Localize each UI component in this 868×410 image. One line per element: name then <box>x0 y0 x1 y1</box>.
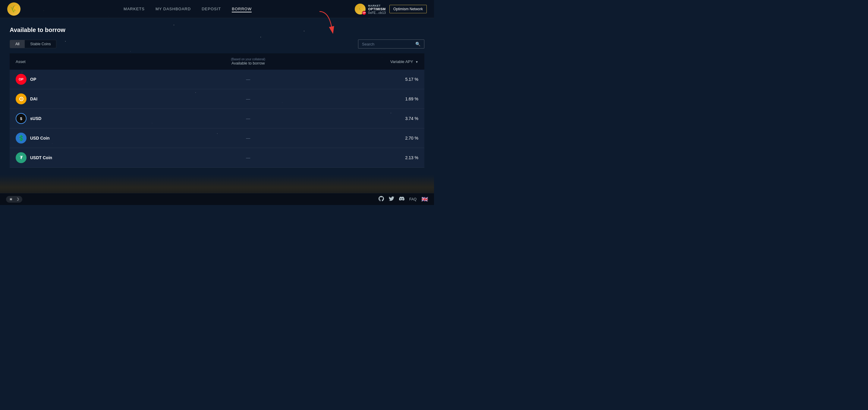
available-usdt: — <box>176 148 321 168</box>
navbar-center: MARKETS MY DASHBOARD DEPOSIT BORROW <box>124 5 252 12</box>
coin-icon-op: OP <box>16 74 27 85</box>
asset-cell-usdt: ₮ USDT Coin <box>10 148 176 168</box>
nav-borrow[interactable]: BORROW <box>232 5 252 12</box>
footer: ☀ ☽ FAQ 🇬🇧 <box>0 193 434 205</box>
table-row[interactable]: ⊙ DAI — 1.69 % <box>10 89 424 109</box>
coin-icon-dai: ⊙ <box>16 93 27 104</box>
table-row[interactable]: OP OP — 5.17 % <box>10 70 424 89</box>
network-button[interactable]: Optimism Network <box>390 5 427 13</box>
apy-usdt: 2.13 % <box>321 148 424 168</box>
apy-op: 5.17 % <box>321 70 424 89</box>
asset-cell-dai: ⊙ DAI <box>10 89 176 109</box>
scenery <box>0 175 434 193</box>
table-row[interactable]: $ sUSD — 3.74 % <box>10 109 424 128</box>
nav-markets[interactable]: MARKETS <box>124 5 145 12</box>
coin-icon-susd: $ <box>16 113 27 124</box>
page-title: Available to borrow <box>10 27 424 33</box>
wallet-badge: OP <box>362 11 366 15</box>
nav-dashboard[interactable]: MY DASHBOARD <box>156 5 191 12</box>
apy-susd: 3.74 % <box>321 109 424 128</box>
navbar-right: 🌾 OP MARKET OPTIMISM 0xFE...cb13 Optimis… <box>355 4 427 14</box>
search-box: 🔍 <box>358 39 424 49</box>
twitter-icon[interactable] <box>389 196 394 203</box>
apy-dai: 1.69 % <box>321 89 424 109</box>
github-icon[interactable] <box>378 196 384 203</box>
search-icon: 🔍 <box>415 41 421 47</box>
coin-icon-usdt: ₮ <box>16 152 27 163</box>
flag-icon[interactable]: 🇬🇧 <box>421 196 428 203</box>
navbar-left: 🌾 <box>7 2 21 16</box>
theme-toggle[interactable]: ☀ ☽ <box>6 196 22 203</box>
faq-link[interactable]: FAQ <box>409 197 416 201</box>
filter-bar: All Stable Coins 🔍 <box>10 39 424 49</box>
wallet-avatar: 🌾 OP <box>355 4 366 14</box>
filter-tab-all[interactable]: All <box>10 40 25 48</box>
apy-usdc: 2.70 % <box>321 128 424 148</box>
asset-cell-op: OP OP <box>10 70 176 89</box>
asset-name-susd: sUSD <box>30 116 41 121</box>
asset-name-usdt: USDT Coin <box>30 155 52 160</box>
moon-icon: ☽ <box>16 197 19 202</box>
coin-icon-usdc: 💲 <box>16 133 27 144</box>
borrow-table: Asset (Based on your collateral) Availab… <box>10 53 424 168</box>
navbar: 🌾 MARKETS MY DASHBOARD DEPOSIT BORROW 🌾 … <box>0 0 434 18</box>
asset-cell-susd: $ sUSD <box>10 109 176 128</box>
logo[interactable]: 🌾 <box>7 2 21 16</box>
asset-name-dai: DAI <box>30 96 37 101</box>
sun-icon: ☀ <box>9 197 13 202</box>
available-usdc: — <box>176 128 321 148</box>
wallet-avatar-text: 🌾 <box>359 7 362 10</box>
footer-right: FAQ 🇬🇧 <box>378 196 428 203</box>
wallet-info: MARKET OPTIMISM 0xFE...cb13 <box>368 4 386 14</box>
nav-deposit[interactable]: DEPOSIT <box>202 5 221 12</box>
col-asset: Asset <box>10 53 176 70</box>
available-op: — <box>176 70 321 89</box>
table-row[interactable]: ₮ USDT Coin — 2.13 % <box>10 148 424 168</box>
filter-tabs: All Stable Coins <box>10 40 56 48</box>
discord-icon[interactable] <box>399 196 404 203</box>
asset-name-op: OP <box>30 77 36 82</box>
table-header: Asset (Based on your collateral) Availab… <box>10 53 424 70</box>
wallet-address: 0xFE...cb13 <box>368 11 386 14</box>
asset-cell-usdc: 💲 USD Coin <box>10 128 176 148</box>
wallet-button[interactable]: 🌾 OP MARKET OPTIMISM 0xFE...cb13 <box>355 4 386 14</box>
logo-icon: 🌾 <box>10 5 18 13</box>
available-susd: — <box>176 109 321 128</box>
filter-tab-stablecoins[interactable]: Stable Coins <box>25 40 56 48</box>
available-dai: — <box>176 89 321 109</box>
sort-icon: ▼ <box>415 60 418 64</box>
col-apy[interactable]: Variable APY ▼ <box>321 53 424 70</box>
footer-left: ☀ ☽ <box>6 196 22 203</box>
asset-name-usdc: USD Coin <box>30 136 50 141</box>
table-body: OP OP — 5.17 % ⊙ DAI — 1.69 % <box>10 70 424 168</box>
main-content: Available to borrow All Stable Coins 🔍 A… <box>0 18 434 168</box>
wallet-name: MARKET OPTIMISM <box>368 4 386 11</box>
table-row[interactable]: 💲 USD Coin — 2.70 % <box>10 128 424 148</box>
search-input[interactable] <box>362 42 413 47</box>
col-available: (Based on your collateral) Available to … <box>176 53 321 70</box>
